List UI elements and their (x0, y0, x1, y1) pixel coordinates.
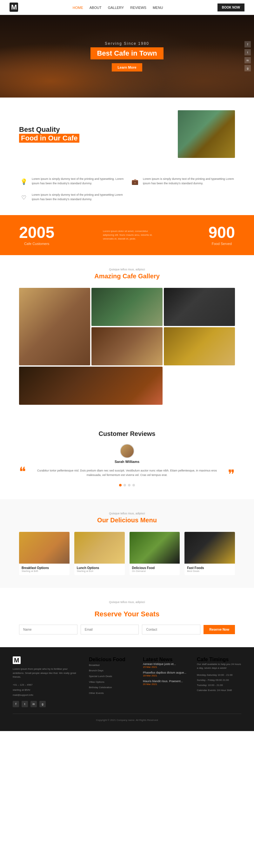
footer-food-col: Delicious Food Breakfast Brunch Days Spe… (89, 657, 133, 707)
menu-body-fast: Fast Foods Best Deals (185, 564, 235, 575)
gallery-image-6 (19, 367, 163, 405)
footer-contact: +01 – 123 – 4567 starting at $5/hr mail@… (13, 682, 80, 698)
reservation-contact-input[interactable] (142, 625, 200, 634)
nav-item-reviews[interactable]: REVIEWS (130, 4, 146, 10)
gallery-cell-5 (164, 327, 235, 365)
footer-social: f t in g (13, 701, 80, 707)
menu-sub-fast: Best Deals (187, 570, 232, 572)
footer-food-item-4[interactable]: Villas Options (89, 679, 133, 685)
footer-twitter-icon[interactable]: t (22, 701, 28, 707)
hero-subtitle: Serving Since 1980 (91, 41, 163, 46)
footer-news-title-2[interactable]: Phasellus dapibus dictum augue... (143, 671, 187, 674)
menu-title-lunch: Lunch Options (77, 566, 122, 570)
footer-food-title: Delicious Food (89, 657, 133, 662)
gallery-cell-1 (19, 288, 90, 365)
nav-item-gallery[interactable]: GALLERY (108, 4, 124, 10)
gallery-image-2 (91, 288, 163, 326)
menu-body-delicious: Delicious Food On Demand (130, 564, 180, 575)
footer-food-list: Breakfast Brunch Days Special Lunch Deal… (89, 662, 133, 696)
customers-label: Cafe Customers (19, 242, 54, 246)
hero-section: Serving Since 1980 Best Cafe in Town Lea… (0, 15, 254, 97)
twitter-icon[interactable]: t (245, 49, 251, 56)
menu-sub-delicious: On Demand (132, 570, 178, 572)
feature-text-3: Lorem ipsum is simply dummy text of the … (32, 193, 124, 202)
footer-news-date-1: 15 Mar 2021 (143, 665, 187, 669)
reservation-submit-button[interactable]: Reserve Now (203, 625, 235, 634)
linkedin-icon[interactable]: in (245, 57, 251, 64)
menu-card-fast: Fast Foods Best Deals (185, 532, 235, 575)
menu-title-fast: Fast Foods (187, 566, 232, 570)
footer-news-title-3[interactable]: Mauris blandit risus. Praesent... (143, 680, 187, 683)
review-dot-3[interactable] (128, 484, 130, 487)
footer-phone: +01 – 123 – 4567 (13, 682, 80, 687)
stat-food: 900 Food Served (209, 225, 235, 246)
footer-timing-1: Monday-Saturday 10:00 - 21:00 (197, 673, 241, 678)
footer-linkedin-icon[interactable]: in (30, 701, 37, 707)
feature-item-2: 💼 Lorem ipsum is simply dummy text of th… (130, 177, 235, 186)
hero-title: Best Cafe in Town (91, 47, 163, 59)
review-dot-4[interactable] (132, 484, 135, 487)
menu-section: Quisque tellus risus, adipisci Our Delic… (0, 499, 254, 588)
footer-news-item-3: Mauris blandit risus. Praesent... 20 Mar… (143, 680, 187, 686)
features-section: 💡 Lorem ipsum is simply dummy text of th… (0, 170, 254, 215)
hero-learn-more-button[interactable]: Learn More (112, 63, 142, 71)
menu-sub-breakfast: Starting at $45 (22, 570, 67, 572)
menu-card-lunch: Lunch Options Starting at $14 (74, 532, 125, 575)
menu-sub-lunch: Starting at $14 (77, 570, 122, 572)
footer-news-date-3: 20 Mar 2021 (143, 683, 187, 686)
reservation-email-input[interactable] (81, 625, 139, 634)
footer-timing-list: Monday-Saturday 10:00 - 21:00 Sunday - F… (197, 673, 241, 693)
navbar: M HOME ABOUT GALLERY REVIEWS MENU BOOK N… (0, 0, 254, 15)
review-dot-1[interactable] (119, 484, 122, 487)
nav-item-about[interactable]: ABOUT (90, 4, 102, 10)
footer-google-icon[interactable]: g (39, 701, 46, 707)
gallery-image-5 (164, 327, 235, 365)
reservation-name-input[interactable] (19, 625, 77, 634)
facebook-icon[interactable]: f (245, 41, 251, 48)
footer-website: starting at $5/hr (13, 687, 80, 693)
footer-food-item-5[interactable]: Birthday Celebration (89, 685, 133, 690)
gallery-image-4 (91, 327, 163, 365)
reservation-title: Reserve Your Seats (19, 610, 235, 618)
review-dot-2[interactable] (124, 484, 126, 487)
gallery-pretitle: Quisque tellus risus, adipisci (19, 268, 235, 271)
gallery-image-3 (164, 288, 235, 326)
hero-social-links: f t in g (245, 41, 251, 71)
footer-food-item-3[interactable]: Special Lunch Deals (89, 674, 133, 679)
nav-item-menu[interactable]: MENU (153, 4, 163, 10)
nav-logo[interactable]: M (9, 3, 18, 11)
reservation-pretitle: Quisque tellus risus, adipisci (19, 600, 235, 604)
footer-food-item-1[interactable]: Breakfast (89, 662, 133, 668)
review-text: Curabitur tortor pellentesque nisl. Duis… (32, 468, 222, 477)
footer-about: M Lorem ipsum from people who try to fer… (13, 657, 80, 707)
reviewer: Sarah Williams (19, 444, 235, 464)
feature-text-2: Lorem ipsum is simply dummy text of the … (143, 177, 235, 186)
menu-image-delicious (130, 532, 180, 564)
quality-text: Best Quality Food in Our Cafe (19, 125, 168, 143)
gallery-title: Amazing Cafe Gallery (19, 273, 235, 280)
footer-facebook-icon[interactable]: f (13, 701, 19, 707)
gallery-grid (19, 288, 235, 405)
menu-grid: Breakfast Options Starting at $45 Lunch … (19, 532, 235, 575)
book-now-button[interactable]: BOOK NOW (218, 3, 245, 11)
heart-icon: ♡ (19, 193, 29, 203)
menu-image-breakfast (19, 532, 69, 564)
google-icon[interactable]: g (245, 65, 251, 71)
menu-card-delicious: Delicious Food On Demand (130, 532, 180, 575)
gallery-image-1 (19, 288, 90, 365)
footer-food-item-2[interactable]: Brunch Days (89, 668, 133, 674)
footer-copyright: Copyright © 2021 Company name. All Right… (13, 714, 241, 721)
footer-food-item-6[interactable]: Other Events (89, 690, 133, 696)
nav-links: HOME ABOUT GALLERY REVIEWS MENU (73, 4, 163, 10)
footer-news-title-1[interactable]: Aenean tristique justo et... (143, 662, 187, 665)
reviews-section: Customer Reviews Sarah Williams ❝ Curabi… (0, 417, 254, 499)
reservation-section: Quisque tellus risus, adipisci Reserve Y… (0, 588, 254, 647)
menu-title-breakfast: Breakfast Options (22, 566, 67, 570)
reviews-title: Customer Reviews (19, 430, 235, 437)
footer-news-item-2: Phasellus dapibus dictum augue... 18 Mar… (143, 671, 187, 677)
feature-item-1: 💡 Lorem ipsum is simply dummy text of th… (19, 177, 124, 186)
footer-description: Lorem ipsum from people who try to ferti… (13, 667, 80, 679)
footer-news-date-2: 18 Mar 2021 (143, 674, 187, 677)
nav-item-home[interactable]: HOME (73, 4, 83, 10)
quote-left-icon: ❝ (19, 465, 26, 478)
